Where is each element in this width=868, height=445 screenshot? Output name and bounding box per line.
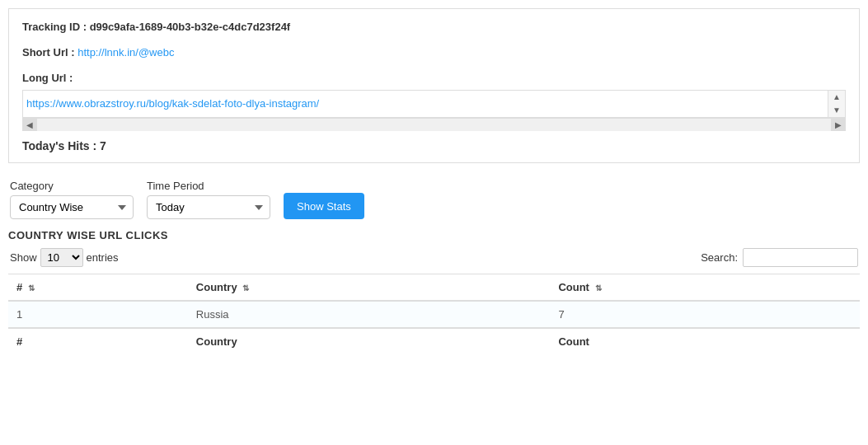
short-url-link[interactable]: http://lnnk.in/@webc — [77, 46, 174, 59]
time-period-filter-group: Time Period Today Yesterday Last 7 Days … — [147, 180, 270, 219]
long-url-scroll: https://www.obrazstroy.ru/blog/kak-sdela… — [23, 94, 828, 115]
section-title: COUNTRY WISE URL CLICKS — [8, 229, 860, 248]
cell-num: 1 — [8, 301, 188, 328]
show-entries: Show 10 25 50 100 entries — [10, 248, 119, 267]
time-period-select[interactable]: Today Yesterday Last 7 Days Last 30 Days… — [147, 195, 270, 219]
col-num-label: # — [16, 281, 22, 293]
scroll-arrows: ▲ ▼ — [828, 91, 845, 117]
info-panel: Tracking ID : d99c9afa-1689-40b3-b32e-c4… — [8, 8, 860, 163]
long-url-row: Long Url : https://www.obrazstroy.ru/blo… — [22, 70, 846, 132]
short-url-row: Short Url : http://lnnk.in/@webc — [22, 44, 846, 62]
footer-num: # — [8, 328, 188, 354]
scroll-right-btn[interactable]: ▶ — [831, 119, 846, 131]
category-label: Category — [10, 180, 134, 192]
hits-row: Today's Hits : 7 — [22, 139, 846, 152]
scroll-left-btn[interactable]: ◀ — [22, 119, 37, 131]
table-footer-row: # Country Count — [8, 328, 860, 354]
cell-country: Russia — [188, 301, 551, 328]
cell-count: 7 — [550, 301, 860, 328]
footer-count: Count — [550, 328, 860, 354]
tracking-id-label: Tracking ID : — [22, 21, 87, 33]
col-num-sort-icon[interactable]: ⇅ — [28, 283, 35, 293]
short-url-label: Short Url : — [22, 46, 75, 59]
footer-country: Country — [188, 328, 551, 354]
category-select[interactable]: Country Wise Browser Wise OS Wise Device… — [10, 195, 134, 219]
table-body: 1 Russia 7 — [8, 301, 860, 328]
col-count-label: Count — [558, 281, 589, 293]
table-header-row: # ⇅ Country ⇅ Count ⇅ — [8, 274, 860, 302]
scroll-up-btn[interactable]: ▲ — [828, 91, 845, 104]
col-country-sort-icon[interactable]: ⇅ — [242, 283, 249, 293]
filter-section: Category Country Wise Browser Wise OS Wi… — [8, 171, 860, 219]
hits-value: 7 — [100, 139, 106, 152]
show-stats-button[interactable]: Show Stats — [284, 193, 364, 219]
horizontal-scrollbar: ◀ ▶ — [22, 118, 846, 131]
table-head: # ⇅ Country ⇅ Count ⇅ — [8, 274, 860, 302]
long-url-label: Long Url : — [22, 70, 846, 87]
search-input[interactable] — [743, 248, 858, 267]
col-country: Country ⇅ — [188, 274, 551, 302]
table-controls: Show 10 25 50 100 entries Search: — [8, 248, 860, 267]
tracking-id-row: Tracking ID : d99c9afa-1689-40b3-b32e-c4… — [22, 19, 846, 36]
main-content: Category Country Wise Browser Wise OS Wi… — [0, 171, 868, 354]
tracking-id-value: d99c9afa-1689-40b3-b32e-c4dc7d23f24f — [90, 21, 291, 33]
search-label: Search: — [701, 251, 738, 264]
scroll-down-btn[interactable]: ▼ — [828, 104, 845, 117]
long-url-link[interactable]: https://www.obrazstroy.ru/blog/kak-sdela… — [26, 97, 319, 110]
scrollbar-track — [37, 119, 831, 131]
filter-row: Category Country Wise Browser Wise OS Wi… — [8, 180, 852, 219]
category-filter-group: Category Country Wise Browser Wise OS Wi… — [10, 180, 134, 219]
long-url-container: https://www.obrazstroy.ru/blog/kak-sdela… — [22, 90, 846, 118]
data-table: # ⇅ Country ⇅ Count ⇅ 1 Russia 7 # — [8, 274, 860, 354]
search-container: Search: — [701, 248, 858, 267]
col-count: Count ⇅ — [550, 274, 860, 302]
table-row: 1 Russia 7 — [8, 301, 860, 328]
col-country-label: Country — [196, 281, 237, 293]
show-label: Show — [10, 251, 37, 264]
table-foot: # Country Count — [8, 328, 860, 354]
col-num: # ⇅ — [8, 274, 188, 302]
time-period-label: Time Period — [147, 180, 270, 192]
entries-select[interactable]: 10 25 50 100 — [40, 248, 83, 267]
hits-label: Today's Hits : — [22, 139, 96, 152]
entries-label: entries — [87, 251, 119, 264]
col-count-sort-icon[interactable]: ⇅ — [595, 283, 602, 293]
